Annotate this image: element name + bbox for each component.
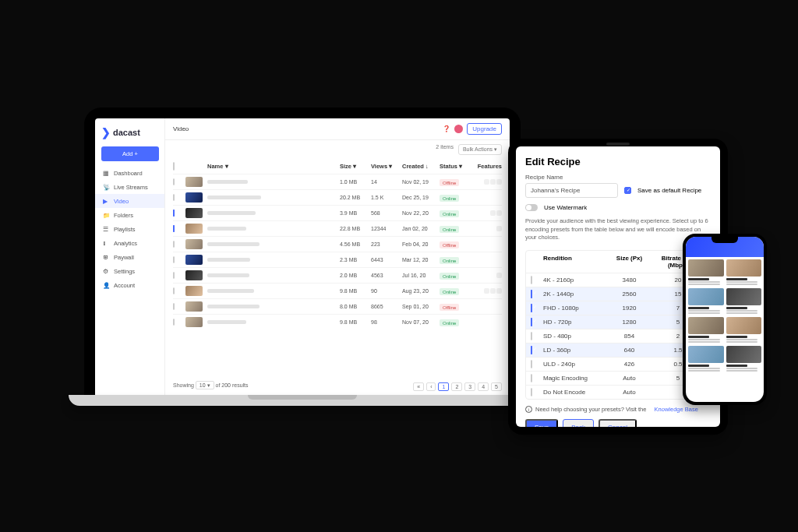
video-thumbnail[interactable]: [185, 301, 203, 312]
sidebar-item-settings[interactable]: ⚙Settings: [95, 264, 164, 278]
col-size[interactable]: Size ▾: [340, 163, 356, 170]
per-page-select[interactable]: 10 ▾: [196, 381, 214, 389]
video-thumbnail[interactable]: [185, 224, 203, 234]
content-card[interactable]: [726, 259, 762, 286]
page-first[interactable]: «: [413, 382, 424, 391]
video-thumbnail[interactable]: [185, 208, 203, 218]
feature-icon[interactable]: [490, 288, 496, 294]
sidebar-item-account[interactable]: 👤Account: [95, 278, 164, 292]
row-checkbox[interactable]: [173, 272, 175, 279]
row-checkbox[interactable]: [173, 256, 175, 263]
knowledge-base-link[interactable]: Knowledge Base: [655, 406, 698, 413]
col-views[interactable]: Views ▾: [371, 163, 392, 170]
add-button[interactable]: Add +: [101, 146, 159, 161]
preset-checkbox[interactable]: [531, 290, 532, 298]
content-card[interactable]: [726, 288, 762, 315]
feature-icon[interactable]: [496, 288, 502, 294]
recipe-name-input[interactable]: [525, 183, 618, 198]
video-thumbnail[interactable]: [185, 192, 203, 203]
table-row[interactable]: 22.8 MB12344Jan 02, 20Online: [173, 220, 502, 236]
card-thumbnail: [688, 317, 724, 334]
page-number[interactable]: 4: [478, 382, 489, 391]
feature-icon[interactable]: [496, 210, 502, 216]
content-card[interactable]: [688, 317, 724, 344]
page-number[interactable]: 1: [438, 382, 449, 391]
laptop-trackpad-notch: [248, 395, 357, 400]
preset-checkbox[interactable]: [531, 332, 532, 340]
sidebar-item-dashboard[interactable]: ▦Dashboard: [95, 166, 164, 180]
video-thumbnail[interactable]: [185, 317, 203, 327]
video-thumbnail[interactable]: [185, 255, 203, 265]
back-button[interactable]: Back: [563, 419, 594, 428]
preset-size: 1920: [608, 305, 651, 312]
row-checkbox[interactable]: [173, 241, 175, 248]
preset-checkbox[interactable]: [531, 388, 532, 396]
page-number[interactable]: 5: [491, 382, 502, 391]
col-name[interactable]: Name ▾: [207, 163, 228, 170]
row-checkbox[interactable]: [173, 319, 175, 326]
help-icon[interactable]: ❓: [443, 125, 450, 132]
video-thumbnail[interactable]: [185, 286, 203, 296]
avatar[interactable]: [454, 125, 463, 133]
sidebar-item-live-streams[interactable]: 📡Live Streams: [95, 180, 164, 194]
content-card[interactable]: [726, 317, 762, 344]
table-row[interactable]: 9.8 MB90Aug 23, 20Online: [173, 283, 502, 298]
table-row[interactable]: 8.0 MB8665Sep 01, 20Offline: [173, 298, 502, 314]
preset-checkbox[interactable]: [531, 374, 532, 382]
table-row[interactable]: 2.3 MB6443Mar 12, 20Online: [173, 252, 502, 267]
content-card[interactable]: [726, 346, 762, 372]
page-prev[interactable]: ‹: [426, 382, 436, 391]
table-row[interactable]: 4.56 MB223Feb 04, 20Offline: [173, 236, 502, 252]
video-name: [207, 305, 260, 308]
watermark-toggle[interactable]: [525, 204, 538, 211]
select-all-checkbox[interactable]: [173, 162, 175, 171]
video-thumbnail[interactable]: [185, 239, 203, 249]
upgrade-button[interactable]: Upgrade: [467, 123, 502, 135]
preset-checkbox[interactable]: [531, 360, 532, 368]
video-thumbnail[interactable]: [185, 177, 203, 187]
col-created[interactable]: Created ↓: [402, 163, 429, 170]
preset-checkbox[interactable]: [531, 276, 532, 284]
bulk-actions-button[interactable]: Bulk Actions ▾: [458, 144, 502, 155]
content-card[interactable]: [688, 259, 724, 286]
row-checkbox[interactable]: [173, 178, 175, 185]
preset-checkbox[interactable]: [531, 318, 532, 326]
save-default-checkbox[interactable]: [624, 187, 631, 194]
video-thumbnail[interactable]: [185, 270, 203, 280]
content-card[interactable]: [688, 346, 724, 372]
cancel-button[interactable]: Cancel: [598, 419, 637, 428]
feature-icon[interactable]: [496, 273, 502, 278]
sidebar-item-folders[interactable]: 📁Folders: [95, 208, 164, 222]
table-row[interactable]: 3.9 MB568Nov 22, 20Online: [173, 205, 502, 220]
sidebar-item-playlists[interactable]: ☰Playlists: [95, 222, 164, 236]
preset-checkbox[interactable]: [531, 346, 532, 354]
feature-icon[interactable]: [484, 179, 489, 185]
table-row[interactable]: 2.0 MB4563Jul 16, 20Online: [173, 267, 502, 283]
sidebar-item-paywall[interactable]: ⛨Paywall: [95, 250, 164, 264]
col-status[interactable]: Status ▾: [440, 163, 462, 170]
table-row[interactable]: 20.2 MB1.5 KDec 25, 19Online: [173, 189, 502, 205]
row-checkbox[interactable]: [173, 225, 175, 232]
row-checkbox[interactable]: [173, 194, 175, 201]
table-row[interactable]: 1.0 MB14Nov 02, 19Offline: [173, 174, 502, 189]
sidebar-item-video[interactable]: ▶Video: [95, 194, 164, 208]
row-checkbox[interactable]: [173, 303, 175, 310]
row-checkbox[interactable]: [173, 287, 175, 294]
recipe-help-text: Provide your audience with the best view…: [525, 217, 711, 242]
feature-icon[interactable]: [490, 210, 496, 216]
nav-icon: 📡: [103, 184, 109, 190]
page-number[interactable]: 2: [451, 382, 462, 391]
save-button[interactable]: Save: [525, 419, 558, 428]
feature-icon[interactable]: [484, 288, 489, 294]
feature-icon[interactable]: [490, 179, 496, 185]
table-row[interactable]: 9.8 MB98Nov 07, 20Online: [173, 314, 502, 329]
preset-checkbox[interactable]: [531, 304, 532, 312]
page-number[interactable]: 3: [464, 382, 475, 391]
status-badge: Online: [440, 288, 459, 295]
row-checkbox[interactable]: [173, 210, 175, 217]
feature-icon[interactable]: [496, 226, 502, 231]
sidebar-item-analytics[interactable]: ⫿Analytics: [95, 236, 164, 250]
feature-icon[interactable]: [496, 179, 502, 185]
content-card[interactable]: [688, 288, 724, 315]
cell-size: 9.8 MB: [340, 288, 371, 294]
